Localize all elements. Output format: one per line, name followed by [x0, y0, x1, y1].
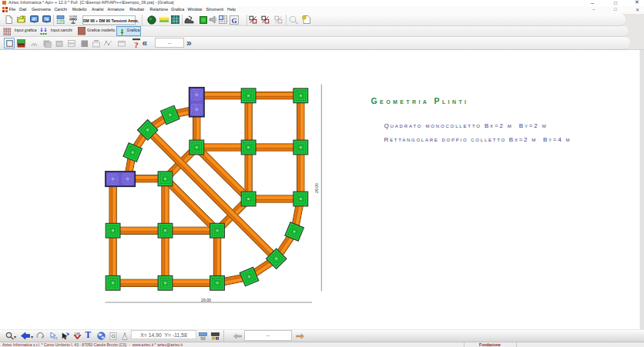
svg-text:29.00: 29.00	[201, 297, 211, 302]
svg-text:56: 56	[200, 335, 206, 340]
svg-text:NORM: NORM	[69, 15, 77, 18]
svg-text:?: ?	[134, 40, 139, 48]
svg-text:0: 0	[216, 337, 218, 340]
svg-text:29.00: 29.00	[314, 182, 319, 192]
svg-text:G: G	[231, 16, 236, 24]
svg-text:123: 123	[56, 18, 65, 24]
svg-text:c: c	[55, 335, 58, 340]
